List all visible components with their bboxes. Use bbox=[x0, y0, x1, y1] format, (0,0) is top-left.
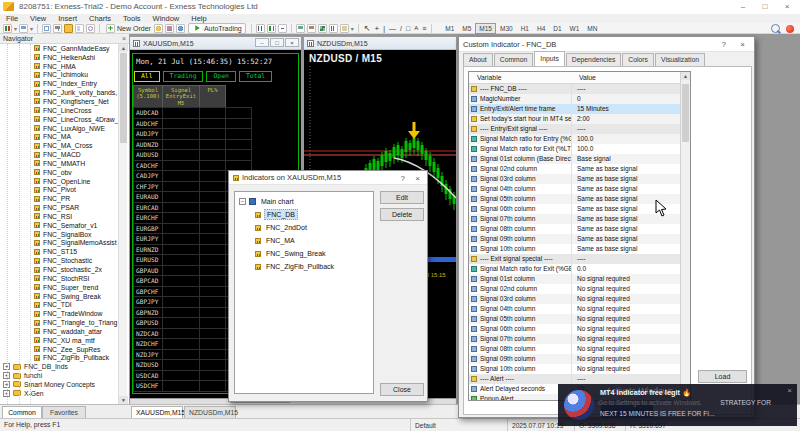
tile-windows-icon[interactable] bbox=[318, 24, 327, 33]
variable-value[interactable]: No signal required bbox=[571, 344, 682, 354]
new-chart-dropdown[interactable]: ▾ bbox=[14, 25, 17, 32]
navigator-folder[interactable]: funchi bbox=[0, 371, 118, 380]
chart-tab-xauusd[interactable]: XAUUSDm,M15 bbox=[131, 406, 183, 418]
navigator-folder[interactable]: X-Gen bbox=[0, 389, 118, 398]
vertical-line-tool[interactable]: | bbox=[383, 25, 385, 32]
variable-value[interactable]: 0.0 bbox=[571, 264, 682, 274]
timeframe-button[interactable]: D1 bbox=[549, 23, 565, 34]
variable-value[interactable]: Same as base signal bbox=[571, 234, 682, 244]
navigator-indic[interactable]: FNC_Triangle_to_Triang bbox=[0, 318, 118, 327]
templates-dropdown[interactable]: ▾ bbox=[351, 25, 354, 32]
notification-toast[interactable]: Activate Windows Go to Settings to activ… bbox=[558, 384, 797, 426]
variable-value[interactable]: Same as base signal bbox=[571, 244, 682, 254]
candlestick-chart-icon[interactable] bbox=[267, 24, 276, 33]
globe-icon[interactable] bbox=[176, 24, 185, 33]
navigator-scrollbar[interactable]: ▲ ▼ bbox=[118, 44, 127, 404]
dialog-tab[interactable]: Visualization bbox=[655, 53, 705, 66]
navigator-indic[interactable]: FNC_obv bbox=[0, 168, 118, 177]
autotrading-button[interactable]: AutoTrading bbox=[188, 23, 246, 34]
fibonacci-tool[interactable]: ≡ bbox=[422, 25, 426, 32]
navigator-indic[interactable]: FNC_PSAR bbox=[0, 203, 118, 212]
indicator-list-item[interactable]: FNC_Swing_Break bbox=[235, 247, 373, 260]
line-chart-icon[interactable] bbox=[278, 24, 287, 33]
variable-value[interactable]: Same as base signal bbox=[571, 194, 682, 204]
zoom-in-icon[interactable] bbox=[296, 24, 305, 33]
navigator-indic[interactable]: FNC_GannMadeEasy bbox=[0, 44, 118, 53]
variable-value[interactable]: 2:00 bbox=[571, 114, 682, 124]
toast-close-icon[interactable]: × bbox=[787, 386, 792, 395]
variable-value[interactable]: Same as base signal bbox=[571, 184, 682, 194]
variable-value[interactable]: 0 bbox=[571, 94, 682, 104]
chart-close-button[interactable]: × bbox=[285, 38, 299, 47]
profiles-dropdown[interactable]: ▾ bbox=[30, 25, 33, 32]
value-column-header[interactable]: Value bbox=[571, 72, 682, 83]
new-order-button[interactable]: New Order bbox=[105, 24, 151, 33]
text-tool[interactable]: A bbox=[414, 25, 418, 31]
navigator-indic[interactable]: FNC_Stochastic bbox=[0, 256, 118, 265]
navigator-indic[interactable]: FNC_HMA bbox=[0, 62, 118, 71]
navigator-indic[interactable]: FNC_Swing_Break bbox=[0, 292, 118, 301]
menu-item[interactable]: View bbox=[24, 14, 52, 23]
filter-button[interactable]: Trading bbox=[163, 71, 204, 82]
menu-item[interactable]: Charts bbox=[83, 14, 117, 23]
variable-value[interactable]: 15 Minutes bbox=[571, 104, 682, 114]
profiles-icon[interactable] bbox=[19, 24, 28, 33]
indicators-icon[interactable] bbox=[329, 24, 338, 33]
navigator-indic[interactable]: FNC_Semafor_v1 bbox=[0, 221, 118, 230]
folder-icon[interactable] bbox=[64, 24, 73, 33]
timeframe-button[interactable]: W1 bbox=[566, 23, 584, 34]
filter-button[interactable]: All bbox=[134, 71, 160, 82]
variable-value[interactable]: No signal required bbox=[571, 354, 682, 364]
delete-button[interactable]: Delete bbox=[380, 208, 424, 221]
minimize-button[interactable]: – bbox=[732, 0, 754, 13]
notifications-icon[interactable] bbox=[786, 25, 794, 33]
dialog-tab[interactable]: Common bbox=[494, 53, 534, 66]
menu-item[interactable]: Help bbox=[185, 14, 212, 23]
variable-value[interactable]: Same as base signal bbox=[571, 164, 682, 174]
coins-icon[interactable] bbox=[154, 24, 163, 33]
navigator-indic[interactable]: FNC_SignalBox bbox=[0, 230, 118, 239]
indicator-list-item[interactable]: FNC_2ndDot bbox=[235, 221, 373, 234]
navigator-folder[interactable]: Smart Money Concepts bbox=[0, 380, 118, 389]
navigator-indic[interactable]: FNC_Zee_SupRes bbox=[0, 345, 118, 354]
variable-value[interactable]: No signal required bbox=[571, 324, 682, 334]
bar-chart-icon[interactable] bbox=[256, 24, 265, 33]
dialog-help-button[interactable]: ? bbox=[401, 174, 405, 183]
variable-value[interactable]: Same as base signal bbox=[571, 224, 682, 234]
collapse-icon[interactable] bbox=[239, 198, 246, 205]
navigator-tab-common[interactable]: Common bbox=[2, 406, 42, 418]
timeframe-button[interactable]: MN bbox=[583, 23, 601, 34]
dialog-tab[interactable]: Colors bbox=[622, 53, 654, 66]
variable-value[interactable]: No signal required bbox=[571, 364, 682, 374]
zoom-box-icon[interactable] bbox=[86, 24, 95, 33]
navigator-indic[interactable]: FNC_XU ma_mtf bbox=[0, 336, 118, 345]
xauusd-window-titlebar[interactable]: XAUUSDm,M15 – □ × bbox=[130, 37, 301, 50]
navigator-indic[interactable]: FNC_LineCross_4Draw_ bbox=[0, 115, 118, 124]
navigator-indic[interactable]: FNC_stochastic_2x bbox=[0, 265, 118, 274]
variable-value[interactable]: ---- bbox=[571, 374, 682, 384]
dialog-tab[interactable]: About bbox=[463, 53, 493, 66]
edit-button[interactable]: Edit bbox=[380, 191, 424, 204]
navigator-indic[interactable]: FNC_LuxAlgo_NWE bbox=[0, 124, 118, 133]
variable-value[interactable]: ---- bbox=[571, 84, 682, 94]
load-button[interactable]: Load bbox=[698, 370, 747, 383]
navigator-indic[interactable]: FNC_RSI bbox=[0, 212, 118, 221]
crosshair-tool[interactable]: + bbox=[374, 24, 379, 33]
chart-tab-nzdusd[interactable]: NZDUSDm,M15 bbox=[184, 406, 236, 418]
navigator-indic[interactable]: FNC_LineCross bbox=[0, 106, 118, 115]
navigator-indic[interactable]: FNC_SignalMemoAssist bbox=[0, 239, 118, 248]
navigator-indic[interactable]: FNC_MMATH bbox=[0, 159, 118, 168]
variable-value[interactable]: 100.0 bbox=[571, 134, 682, 144]
variable-value[interactable]: No signal required bbox=[571, 334, 682, 344]
horizontal-line-tool[interactable]: — bbox=[389, 25, 396, 32]
indicator-list-item[interactable]: FNC_ZigFib_Pullback bbox=[235, 260, 373, 273]
variable-value[interactable]: Same as base signal bbox=[571, 214, 682, 224]
navigator-indic[interactable]: FNC_TradeWindow bbox=[0, 309, 118, 318]
search-icon[interactable] bbox=[771, 24, 780, 33]
timeframe-button[interactable]: M30 bbox=[496, 23, 517, 34]
timeframe-button[interactable]: H1 bbox=[517, 23, 533, 34]
navigator-indic[interactable]: FNC_PR bbox=[0, 194, 118, 203]
timeframe-button[interactable]: M1 bbox=[441, 23, 458, 34]
navigator-indic[interactable]: FNC_Jurik_volty_bands, bbox=[0, 88, 118, 97]
navigator-indic[interactable]: FNC_Kingfishers_Net bbox=[0, 97, 118, 106]
